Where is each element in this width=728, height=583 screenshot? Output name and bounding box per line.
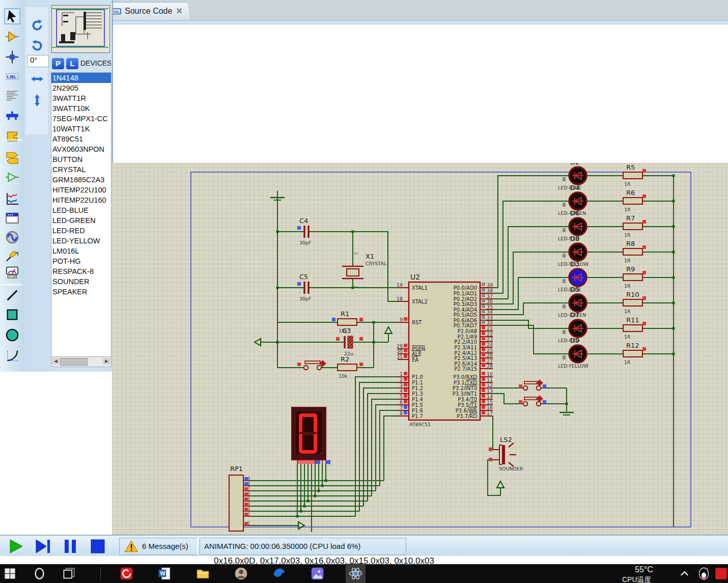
chevron-up-icon[interactable]	[678, 567, 691, 580]
power-terminal[interactable]	[497, 481, 504, 490]
terminals-mode-icon[interactable]	[5, 151, 19, 165]
taskbar-netease-music-icon[interactable]	[120, 567, 133, 580]
taskbar-photos-icon[interactable]	[311, 567, 324, 580]
device-list-item[interactable]: AT89C51	[51, 134, 111, 144]
device-list-item[interactable]: 7SEG-MPX1-CC	[51, 114, 111, 124]
device-list-scrollbar[interactable]: ◀ ▶	[51, 356, 111, 367]
schematic-canvas[interactable]: C430pF C530pF C322u X1CRYSTAL 2 1 R110k …	[112, 163, 728, 535]
output-terminal[interactable]	[298, 522, 304, 529]
device-list-item[interactable]: POT-HG	[51, 256, 111, 266]
svg-text:P1.6: P1.6	[412, 408, 423, 413]
close-tab-icon[interactable]: ✕	[176, 6, 183, 16]
graph-mode-icon[interactable]	[5, 191, 19, 206]
device-list-item[interactable]: 10WATT1K	[51, 124, 111, 134]
rotation-angle-field[interactable]: 0°	[27, 55, 49, 67]
scroll-right-icon[interactable]: ▶	[103, 358, 110, 365]
svg-text:31: 31	[397, 354, 403, 359]
device-list-item[interactable]: 3WATT10K	[51, 103, 111, 114]
taskbar-word-icon[interactable]: W	[158, 567, 172, 580]
virtual-instruments-icon[interactable]	[5, 265, 19, 280]
taskbar-start-icon[interactable]	[3, 567, 17, 580]
seven-segment-display[interactable]	[292, 407, 330, 464]
device-list-item[interactable]: SPEAKER	[51, 287, 111, 297]
subcircuit-mode-icon[interactable]	[5, 129, 19, 144]
device-list-item[interactable]: LM016L	[51, 246, 111, 256]
wire-label-icon[interactable]: LBL	[5, 69, 19, 84]
part-R2[interactable]: R210k	[338, 355, 357, 379]
generator-mode-icon[interactable]	[5, 230, 19, 244]
rotate-ccw-icon[interactable]	[31, 39, 44, 52]
simulation-bar: 6 Message(s) ANIMATING: 00:00:06.350000 …	[0, 535, 728, 557]
rotate-cw-icon[interactable]	[31, 18, 44, 32]
device-list-item[interactable]: LED-BLUE	[51, 205, 111, 215]
svg-text:P2.0/A8: P2.0/A8	[457, 328, 477, 334]
taskbar-wechat-icon[interactable]	[234, 567, 248, 580]
part-R1[interactable]: R110k	[338, 310, 357, 334]
schematic-overview[interactable]	[51, 5, 110, 53]
play-button[interactable]	[8, 539, 24, 554]
library-button[interactable]: L	[66, 58, 78, 69]
part-R9[interactable]: R91R	[623, 265, 642, 289]
device-list[interactable]: 1N41482N29053WATT1R3WATT10K7SEG-MPX1-CC1…	[51, 72, 111, 357]
stop-button[interactable]	[90, 539, 106, 554]
device-list-item[interactable]: AVX0603NPON	[51, 144, 111, 154]
taskbar-search-icon[interactable]	[33, 567, 46, 580]
svg-text:34: 34	[487, 309, 493, 315]
vflip-icon[interactable]	[31, 94, 44, 107]
pause-button[interactable]	[62, 539, 78, 554]
taskbar-proteus-icon[interactable]	[349, 567, 362, 580]
component-mode-icon[interactable]	[5, 30, 19, 44]
part-R11[interactable]: R111R	[623, 316, 642, 340]
part-R10[interactable]: R101R	[623, 291, 642, 314]
part-R8[interactable]: R81R	[623, 240, 642, 263]
tab-1[interactable]: 010₁ Source Code✕	[100, 2, 190, 20]
device-list-item[interactable]: HITEMP22U100	[51, 185, 111, 195]
2d-circle-icon[interactable]	[5, 328, 19, 342]
device-list-item[interactable]: BUTTON	[51, 154, 111, 164]
push-button[interactable]	[304, 361, 321, 370]
ground-symbol[interactable]	[559, 412, 574, 415]
part-U2[interactable]: U2AT89C5119XTAL118XTAL29RST29PSEN30ALE31…	[397, 273, 493, 427]
device-list-item[interactable]: 2N2905	[51, 83, 111, 93]
step-button[interactable]	[35, 539, 51, 554]
hflip-icon[interactable]	[31, 72, 44, 86]
device-list-item[interactable]: LED-YELLOW	[51, 236, 111, 246]
bus-mode-icon[interactable]	[5, 108, 19, 123]
2d-arc-icon[interactable]	[5, 348, 19, 363]
2d-box-icon[interactable]	[5, 308, 19, 322]
device-list-item[interactable]: GRM1885C2A3	[51, 175, 111, 185]
taskbar-task-view-icon[interactable]	[62, 567, 76, 580]
scrollbar-thumb[interactable]	[60, 358, 88, 366]
selection-pointer-icon[interactable]	[5, 9, 19, 23]
device-list-item[interactable]: LED-RED	[51, 226, 111, 236]
voltage-probe-icon[interactable]	[5, 248, 19, 263]
scroll-left-icon[interactable]: ◀	[52, 358, 60, 365]
device-list-item[interactable]: 1N4148	[51, 73, 111, 83]
part-R5[interactable]: R51R	[623, 163, 642, 187]
taskbar-edge-icon[interactable]	[272, 567, 286, 580]
2d-line-icon[interactable]	[5, 288, 19, 302]
junction-dot-icon[interactable]	[5, 50, 19, 64]
part-R12[interactable]: R121R	[623, 342, 642, 365]
part-R7[interactable]: R71R	[623, 214, 642, 238]
power-terminal[interactable]	[385, 327, 392, 336]
device-list-item[interactable]: LED-GREEN	[51, 215, 111, 226]
taskbar: W 55°C CPU温度	[0, 564, 728, 583]
tray-app-icon[interactable]	[714, 567, 728, 580]
device-list-item[interactable]: 3WATT1R	[51, 93, 111, 103]
part-LS2[interactable]: LS2SOUNDER	[493, 436, 523, 471]
device-list-item[interactable]: SOUNDER	[51, 276, 111, 287]
input-terminal[interactable]	[255, 339, 261, 346]
message-log[interactable]: 6 Message(s)	[119, 538, 198, 555]
tape-recorder-icon[interactable]	[5, 211, 19, 225]
qq-icon[interactable]	[697, 567, 711, 580]
text-script-icon[interactable]	[5, 89, 19, 103]
device-list-item[interactable]: HITEMP22U160	[51, 195, 111, 205]
device-pin-icon[interactable]	[5, 170, 19, 184]
pick-devices-button[interactable]: P	[52, 58, 64, 69]
taskbar-file-explorer-icon[interactable]	[196, 567, 210, 580]
device-list-item[interactable]: CRYSTAL	[51, 164, 111, 175]
part-R6[interactable]: R61R	[623, 189, 642, 212]
part-X1[interactable]: X1CRYSTAL 2 1	[342, 252, 387, 288]
device-list-item[interactable]: RESPACK-8	[51, 266, 111, 276]
